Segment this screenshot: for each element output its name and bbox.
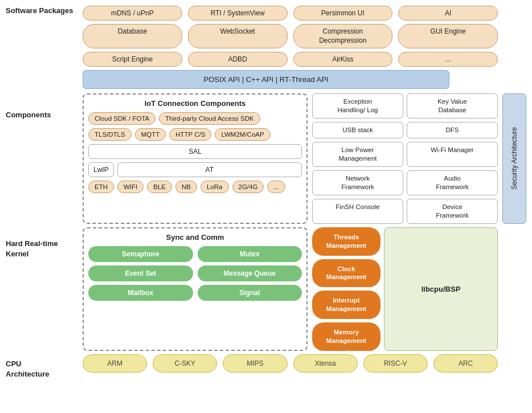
sync-semaphore: Semaphore (88, 246, 193, 262)
cpu-xtensa: Xtensa (293, 354, 358, 373)
iot-wifi: WIFI (117, 181, 144, 193)
comp-usb: USB stack (312, 122, 403, 138)
pkg-row-2: Database WebSocket CompressionDecompress… (83, 24, 498, 48)
iot-cloud-sdk: Cloud SDK / FOTA (88, 112, 155, 125)
pkg-row-1: mDNS / uPnP RTI / SystemView Persimmon U… (83, 6, 498, 21)
libcpu-bsp: libcpu/BSP (384, 227, 498, 351)
iot-row-lwip: LwIP AT (88, 162, 302, 177)
sync-signal: Signal (198, 285, 302, 301)
iot-row-cloud: Cloud SDK / FOTA Third-party Cloud Acces… (88, 112, 302, 125)
comp-kvdb: Key ValueDatabase (407, 93, 498, 118)
pkg-rti: RTI / SystemView (188, 6, 288, 21)
posix-bar: POSIX API | C++ API | RT-Thread API (83, 70, 449, 89)
pkg-websocket: WebSocket (188, 24, 288, 48)
cpu-arm: ARM (83, 354, 147, 373)
iot-connection-box: IoT Connection Components Cloud SDK / FO… (83, 93, 308, 223)
iot-ble: BLE (147, 181, 172, 193)
sync-mutex: Mutex (198, 246, 302, 262)
iot-title: IoT Connection Components (88, 99, 302, 108)
pkg-airkiss: AirKiss (293, 52, 393, 67)
comp-finsh: FinSH Console (312, 199, 403, 224)
kernel-right: ThreadsManagement Clock Management Inter… (312, 227, 498, 351)
security-architecture-bar: Security Architecture (502, 93, 526, 223)
kernel-interrupt: InterruptManagement (312, 291, 380, 319)
pkg-compression: CompressionDecompression (293, 24, 393, 48)
pkg-dots: ... (398, 52, 498, 67)
cpu-mips: MIPS (223, 354, 287, 373)
iot-more: ... (267, 181, 285, 193)
diagram-container: Software Packages mDNS / uPnP RTI / Syst… (0, 0, 532, 378)
security-arch-label: Security Architecture (510, 127, 518, 190)
cpu-chips-row: ARM C-SKY MIPS Xtensa RISC-V ARC (83, 354, 498, 373)
pkg-adbd: ADBD (188, 52, 288, 67)
sync-event-set: Event Set (88, 265, 193, 281)
iot-row-physical: ETH WIFI BLE NB LoRa 2G/4G ... (88, 181, 302, 193)
comp-audio: AudioFramework (407, 170, 498, 195)
kernel-clock: Clock Management (312, 259, 380, 288)
iot-http: HTTP C/S (169, 128, 211, 141)
kernel-memory: MemoryManagement (312, 322, 380, 351)
sync-row-2: Event Set Message Queue (88, 265, 302, 281)
pkg-persimmon: Persimmon UI (293, 6, 393, 21)
iot-tls: TLS/DTLS (88, 128, 132, 141)
pkg-mdns: mDNS / uPnP (83, 6, 182, 21)
cpu-riscv: RISC-V (363, 354, 428, 373)
iot-third-party: Third-party Cloud Access SDK (159, 112, 260, 125)
sync-message-queue: Message Queue (198, 265, 302, 281)
kernel-threads: ThreadsManagement (312, 227, 380, 256)
comp-wifi-mgr: Wi-Fi Manager (407, 142, 498, 167)
comp-exception: ExceptionHandling/ Log (312, 93, 403, 118)
pkg-database: Database (83, 24, 182, 48)
iot-sal: SAL (88, 144, 302, 159)
iot-lora: LoRa (200, 181, 229, 193)
sync-title: Sync and Comm (88, 233, 302, 242)
cpu-arc: ARC (433, 354, 498, 373)
sync-comm-box: Sync and Comm Semaphore Mutex Event Set … (83, 227, 308, 351)
sync-row-1: Semaphore Mutex (88, 246, 302, 262)
pkg-ai: AI (398, 6, 498, 21)
pkg-script-engine: Script Engine (83, 52, 182, 67)
iot-row-protocols: TLS/DTLS MQTT HTTP C/S LWM2M/CoAP (88, 128, 302, 141)
software-packages-label: Software Packages (6, 6, 80, 16)
kernel-orange-col: ThreadsManagement Clock Management Inter… (312, 227, 380, 351)
kernel-label: Hard Real-timeKernel (6, 239, 80, 259)
sync-row-3: Mailbox Signal (88, 285, 302, 301)
iot-2g4g: 2G/4G (232, 181, 264, 193)
comp-low-power: Low PowerManagement (312, 142, 403, 167)
iot-lwm2m: LWM2M/CoAP (215, 128, 270, 141)
iot-lwip: LwIP (88, 162, 114, 177)
iot-nb: NB (175, 181, 197, 193)
pkg-row-3: Script Engine ADBD AirKiss ... (83, 52, 498, 67)
cpu-arch-label: CPUArchitecture (6, 359, 80, 379)
cpu-csky: C-SKY (153, 354, 217, 373)
iot-mqtt: MQTT (135, 128, 166, 141)
right-components-grid: ExceptionHandling/ Log Key ValueDatabase… (312, 93, 498, 223)
iot-eth: ETH (88, 181, 114, 193)
comp-dfs: DFS (407, 122, 498, 138)
comp-network: NetworkFramework (312, 170, 403, 195)
iot-at: AT (117, 162, 302, 177)
sync-mailbox: Mailbox (88, 285, 193, 301)
components-label: Components (6, 111, 80, 119)
pkg-gui-engine: GUI Engine (398, 24, 498, 48)
comp-device: DeviceFramework (407, 199, 498, 224)
